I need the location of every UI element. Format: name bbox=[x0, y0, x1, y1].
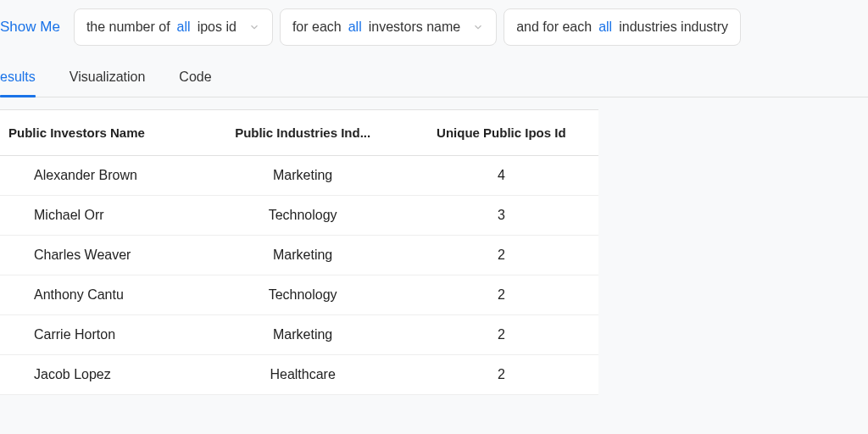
table-row: Jacob LopezHealthcare2 bbox=[0, 355, 598, 395]
show-me-label: Show Me bbox=[0, 19, 67, 36]
results-table: Public Investors NamePublic Industries I… bbox=[0, 110, 598, 395]
table-cell: Marketing bbox=[202, 315, 404, 355]
table-cell: Marketing bbox=[202, 156, 404, 196]
table-cell: 3 bbox=[404, 196, 598, 236]
column-header-2[interactable]: Unique Public Ipos Id bbox=[404, 110, 598, 156]
table-cell: Anthony Cantu bbox=[0, 275, 202, 315]
query-pill-1[interactable]: for eachallinvestors name bbox=[280, 8, 497, 46]
pill-prefix: for each bbox=[292, 19, 342, 35]
pill-field: industries industry bbox=[619, 19, 728, 35]
table-cell: 2 bbox=[404, 236, 598, 275]
table-cell: 4 bbox=[404, 156, 598, 196]
tabs-bar: esultsVisualizationCode bbox=[0, 59, 868, 97]
table-cell: Healthcare bbox=[202, 355, 404, 395]
query-builder-bar: Show Me the number ofallipos idfor eacha… bbox=[0, 0, 868, 54]
pill-all-keyword[interactable]: all bbox=[348, 19, 362, 35]
column-header-0[interactable]: Public Investors Name bbox=[0, 110, 202, 156]
pill-all-keyword[interactable]: all bbox=[598, 19, 612, 35]
table-cell: Technology bbox=[202, 196, 404, 236]
table-row: Michael OrrTechnology3 bbox=[0, 196, 598, 236]
table-cell: Alexander Brown bbox=[0, 156, 202, 196]
table-cell: Marketing bbox=[202, 236, 404, 275]
table-row: Carrie HortonMarketing2 bbox=[0, 315, 598, 355]
pill-prefix: the number of bbox=[86, 19, 170, 35]
tab-code[interactable]: Code bbox=[179, 70, 211, 97]
column-header-1[interactable]: Public Industries Ind... bbox=[202, 110, 404, 156]
table-cell: Charles Weaver bbox=[0, 236, 202, 275]
table-row: Anthony CantuTechnology2 bbox=[0, 275, 598, 315]
chevron-down-icon[interactable] bbox=[248, 21, 260, 33]
pill-field: ipos id bbox=[198, 19, 236, 35]
table-cell: Carrie Horton bbox=[0, 315, 202, 355]
pill-all-keyword[interactable]: all bbox=[177, 19, 191, 35]
chevron-down-icon[interactable] bbox=[472, 21, 484, 33]
pill-field: investors name bbox=[369, 19, 461, 35]
table-cell: Technology bbox=[202, 275, 404, 315]
tab-visualization[interactable]: Visualization bbox=[70, 70, 146, 97]
table-cell: 2 bbox=[404, 355, 598, 395]
table-cell: Jacob Lopez bbox=[0, 355, 202, 395]
table-cell: 2 bbox=[404, 315, 598, 355]
table-cell: Michael Orr bbox=[0, 196, 202, 236]
tab-esults[interactable]: esults bbox=[0, 70, 36, 97]
table-row: Alexander BrownMarketing4 bbox=[0, 156, 598, 196]
table-row: Charles WeaverMarketing2 bbox=[0, 236, 598, 275]
pill-prefix: and for each bbox=[516, 19, 592, 35]
table-cell: 2 bbox=[404, 275, 598, 315]
query-pill-2[interactable]: and for eachallindustries industry bbox=[504, 8, 741, 46]
results-table-wrap: Public Investors NamePublic Industries I… bbox=[0, 109, 598, 395]
query-pill-0[interactable]: the number ofallipos id bbox=[74, 8, 273, 46]
